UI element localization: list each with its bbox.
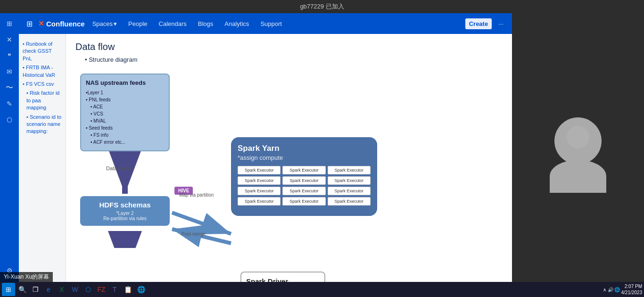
- nav-more-button[interactable]: ···: [495, 18, 506, 29]
- taskbar-search-icon[interactable]: 🔍: [16, 283, 28, 296]
- executor-6: Spark Executor: [238, 187, 281, 195]
- section-title: Data flow: [75, 41, 503, 52]
- svg-point-6: [567, 126, 589, 148]
- executor-3: Spark Executor: [238, 176, 281, 185]
- sidebar-icon-analytics[interactable]: 〜: [3, 81, 16, 94]
- svg-line-3: [172, 213, 231, 234]
- nav-item-support[interactable]: Support: [256, 18, 286, 29]
- taskbar-excel-icon[interactable]: X: [56, 283, 68, 296]
- executor-10: Spark Executor: [282, 197, 325, 206]
- outline-item-3[interactable]: • Risk factor id to paa mapping: [19, 89, 66, 112]
- outline-item-1[interactable]: • FRTB IMA - Historical VaR: [19, 63, 66, 80]
- post-merge-label: Post merge: [182, 231, 206, 237]
- sidebar-icon-mail[interactable]: ✉: [3, 65, 16, 78]
- taskbar-edge-icon[interactable]: e: [42, 283, 55, 296]
- nav-logo-text: Confluence: [46, 20, 85, 28]
- bullet-structure: • Structure diagram: [85, 56, 503, 63]
- outline-item-4[interactable]: • Scenario id to scenario name mapping:: [19, 113, 66, 136]
- nav-apps-icon[interactable]: ⊞: [25, 17, 34, 30]
- nav-item-spaces[interactable]: Spaces ▾: [89, 18, 121, 29]
- page-content: Data flow • Structure diagram: [66, 34, 512, 297]
- sidebar-icon-hex[interactable]: ⬡: [3, 113, 16, 126]
- executor-4: Spark Executor: [282, 176, 325, 185]
- taskbar-filezilla-icon[interactable]: FZ: [95, 283, 107, 296]
- avatar-body: [550, 160, 606, 193]
- taskbar-time: 2:07 PM 4/21/2023: [621, 283, 643, 296]
- diagram-area[interactable]: NAS upstream feeds •Layer 1 • PNL feeds …: [75, 69, 503, 248]
- taskbar-teams-icon[interactable]: T: [108, 283, 121, 296]
- nav-item-people[interactable]: People: [124, 18, 151, 29]
- nas-box: NAS upstream feeds •Layer 1 • PNL feeds …: [80, 74, 170, 151]
- hdfs-box-sub1: *Layer 2: [85, 211, 165, 216]
- content-wrapper: • Runbook of check GSST PnL • FRTB IMA -…: [19, 34, 512, 297]
- avatar-circle: [554, 117, 602, 165]
- map-via-partition-label: Map via partition: [179, 192, 214, 198]
- executor-11: Spark Executor: [328, 197, 371, 206]
- nav-item-analytics[interactable]: Analytics: [221, 18, 253, 29]
- page-sidebar: • Runbook of check GSST PnL • FRTB IMA -…: [19, 34, 66, 297]
- taskbar-app1-icon[interactable]: 📋: [122, 283, 134, 296]
- executor-1: Spark Executor: [282, 166, 325, 174]
- outline-item-2[interactable]: • FS VCS csv: [19, 80, 66, 89]
- data-loader-label: Data loader: [106, 165, 133, 171]
- spark-yarn-title: Spark Yarn: [238, 144, 371, 153]
- spark-yarn-sub: *assign compute: [238, 154, 371, 161]
- nav-item-calendars[interactable]: Calendars: [155, 18, 190, 29]
- hdfs-box-title: HDFS schemas: [85, 201, 165, 209]
- nav-logo-x: ✕: [38, 19, 44, 28]
- hdfs-box: HDFS schemas *Layer 2 Re-partition via r…: [80, 196, 170, 226]
- avatar-head-svg: [559, 122, 597, 160]
- top-nav: ⊞ ✕ Confluence Spaces ▾ People Calendars…: [19, 13, 512, 34]
- left-sidebar: ⊞ ✕ ❝ ✉ 〜 ✎ ⬡ ⚙ »: [0, 13, 19, 297]
- outline-list: • Runbook of check GSST PnL • FRTB IMA -…: [19, 38, 66, 138]
- sidebar-icon-edit[interactable]: ✎: [3, 97, 16, 110]
- executor-7: Spark Executor: [282, 187, 325, 195]
- nav-create-button[interactable]: Create: [465, 18, 492, 29]
- sidebar-icon-close[interactable]: ✕: [3, 33, 16, 46]
- taskbar-word-icon[interactable]: W: [69, 283, 81, 296]
- nav-item-blogs[interactable]: Blogs: [194, 18, 217, 29]
- executor-0: Spark Executor: [238, 166, 281, 174]
- hdfs-box-sub2: Re-partition via rules: [85, 216, 165, 221]
- taskbar-chrome-icon[interactable]: 🌐: [135, 283, 147, 296]
- notification-bar: gb77229 已加入: [0, 0, 644, 13]
- outline-item-0[interactable]: • Runbook of check GSST PnL: [19, 40, 66, 63]
- taskbar-tray-icons: ∧ 🔊 🌐: [603, 287, 620, 292]
- notification-text: gb77229 已加入: [300, 2, 344, 11]
- executor-grid: Spark Executor Spark Executor Spark Exec…: [238, 166, 371, 206]
- nas-box-title: NAS upstream feeds: [86, 79, 164, 86]
- avatar-panel: [512, 13, 644, 297]
- sidebar-icon-apps[interactable]: ⊞: [3, 17, 16, 30]
- nas-box-content: •Layer 1 • PNL feeds • ACE • VCS • MVAL …: [86, 89, 164, 146]
- nav-logo[interactable]: ✕ Confluence: [38, 19, 85, 28]
- taskbar-tray: ∧ 🔊 🌐: [603, 287, 620, 292]
- executor-5: Spark Executor: [328, 176, 371, 185]
- screen-label: Yi-Xuan Xu的屏幕: [0, 272, 53, 282]
- taskbar-start-button[interactable]: ⊞: [2, 283, 15, 296]
- taskbar-task-view-icon[interactable]: ❐: [29, 283, 41, 296]
- spark-yarn-box: Spark Yarn *assign compute Spark Executo…: [231, 137, 377, 216]
- taskbar-vscode-icon[interactable]: ⬡: [82, 283, 94, 296]
- confluence-area: ⊞ ✕ Confluence Spaces ▾ People Calendars…: [19, 13, 512, 297]
- executor-2: Spark Executor: [328, 166, 371, 174]
- executor-9: Spark Executor: [238, 197, 281, 206]
- sidebar-icon-quote[interactable]: ❝: [3, 49, 16, 62]
- executor-8: Spark Executor: [328, 187, 371, 195]
- taskbar: ⊞ 🔍 ❐ e X W ⬡ FZ T 📋 🌐 ∧ 🔊 🌐 2:07 PM 4/2…: [0, 282, 644, 297]
